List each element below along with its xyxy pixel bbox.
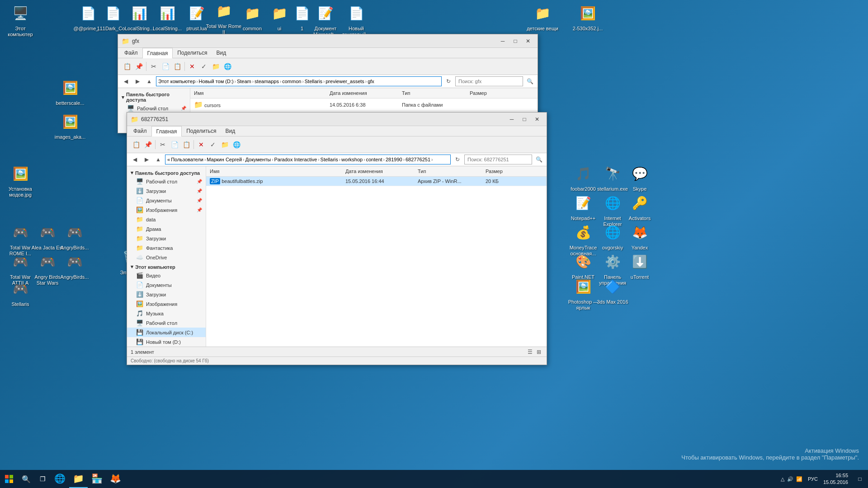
task-view-btn[interactable]: ❐ bbox=[34, 471, 51, 487]
search-taskbar-btn[interactable]: 🔍 bbox=[18, 471, 34, 487]
sidebar-drama-mod[interactable]: 📁 Драма bbox=[127, 224, 206, 234]
search-btn-gfx[interactable]: 🔍 bbox=[525, 76, 535, 86]
minimize-btn-mod[interactable]: ─ bbox=[506, 114, 518, 124]
rename-btn-mod[interactable]: ✓ bbox=[208, 139, 218, 150]
back-btn-mod[interactable]: ◀ bbox=[130, 155, 140, 164]
desktop-icon-yandex[interactable]: 🦊 Yandex bbox=[622, 221, 658, 251]
forward-btn-mod[interactable]: ▶ bbox=[142, 155, 151, 164]
maximize-btn-gfx[interactable]: □ bbox=[509, 36, 521, 46]
delete-btn-mod[interactable]: ✕ bbox=[196, 139, 207, 150]
col-size-gfx[interactable]: Размер bbox=[466, 89, 511, 97]
sidebar-video-mod[interactable]: 🎬 Видео bbox=[127, 271, 206, 280]
file-row-beautifulbattles[interactable]: ZIP beautifulbattles.zip 15.05.2016 16:4… bbox=[206, 177, 547, 186]
new-folder-btn[interactable]: 📁 bbox=[210, 61, 221, 72]
tray-up-arrow[interactable]: △ bbox=[781, 476, 784, 482]
cut-btn-mod[interactable]: ✂ bbox=[157, 139, 168, 150]
tab-home-mod[interactable]: Главная bbox=[151, 126, 182, 136]
maximize-btn-mod[interactable]: □ bbox=[519, 114, 530, 124]
sidebar-docs-mod[interactable]: 📄 Документы bbox=[127, 280, 206, 290]
desktop-icon-angry-birds-1[interactable]: 🎮 AngryBirds... bbox=[57, 221, 93, 251]
col-size-mod[interactable]: Размер bbox=[482, 168, 527, 175]
cut-btn[interactable]: ✂ bbox=[148, 61, 159, 72]
desktop-icon-detskie[interactable]: 📁 детские вещи bbox=[524, 2, 561, 32]
up-btn-mod[interactable]: ▲ bbox=[153, 155, 163, 164]
col-type-mod[interactable]: Тип bbox=[414, 168, 482, 175]
tab-share-mod[interactable]: Поделиться bbox=[182, 126, 221, 136]
desktop-icon-530x352[interactable]: 🖼️ 2-530x352.j... bbox=[570, 2, 606, 32]
tray-network-icon[interactable]: 📶 bbox=[796, 476, 802, 482]
desktop-icon-angry-birds-2[interactable]: 🎮 AngryBirds... bbox=[57, 251, 93, 280]
sidebar-downloads-mod[interactable]: ⬇️ Загрузки 📌 bbox=[127, 186, 206, 196]
desktop-icon-ustanovka[interactable]: 🖼️ Установка модов.jpg bbox=[2, 163, 38, 198]
desktop-icon-activators[interactable]: 🔑 Activators bbox=[622, 192, 658, 221]
language-indicator[interactable]: РУС bbox=[806, 476, 820, 482]
taskbar-edge[interactable]: 🌐 bbox=[51, 470, 69, 488]
close-btn-mod[interactable]: ✕ bbox=[531, 114, 543, 124]
search-input-mod[interactable] bbox=[464, 155, 532, 164]
tray-volume-icon[interactable]: 🔊 bbox=[787, 476, 793, 482]
sidebar-desktop-mod[interactable]: 🖥️ Рабочий стол 📌 bbox=[127, 177, 206, 186]
back-btn-gfx[interactable]: ◀ bbox=[121, 76, 131, 86]
forward-btn-gfx[interactable]: ▶ bbox=[132, 76, 142, 86]
taskbar-explorer[interactable]: 📁 bbox=[69, 470, 88, 488]
list-view-btn[interactable]: ☰ bbox=[526, 348, 534, 356]
col-type-gfx[interactable]: Тип bbox=[398, 89, 466, 97]
tab-home-gfx[interactable]: Главная bbox=[142, 48, 173, 58]
col-date-gfx[interactable]: Дата изменения bbox=[326, 89, 398, 97]
taskbar-store[interactable]: 🏪 bbox=[88, 470, 106, 488]
sidebar-img-mod[interactable]: 🖼️ Изображения bbox=[127, 299, 206, 309]
tab-view-mod[interactable]: Вид bbox=[221, 126, 240, 136]
col-date-mod[interactable]: Дата изменения bbox=[342, 168, 414, 175]
desktop-icon-this-pc[interactable]: 🖥️ Этот компьютер bbox=[2, 2, 38, 38]
sidebar-desktop-gfx[interactable]: 🖥️ Рабочий стол 📌 bbox=[118, 103, 190, 113]
properties-btn[interactable]: 📌 bbox=[133, 61, 144, 72]
sidebar-new-vol-mod[interactable]: 💾 Новый том (D:) bbox=[127, 337, 206, 347]
start-button[interactable] bbox=[0, 470, 18, 488]
globe-btn[interactable]: 🌐 bbox=[222, 61, 233, 72]
up-btn-gfx[interactable]: ▲ bbox=[144, 76, 154, 86]
close-btn-gfx[interactable]: ✕ bbox=[522, 36, 534, 46]
desktop-icon-new-text[interactable]: 📄 Новый текстовый... bbox=[338, 2, 374, 38]
copy-path-btn-mod[interactable]: 📋 bbox=[131, 139, 142, 150]
sidebar-desktop2-mod[interactable]: 🖥️ Рабочий стол bbox=[127, 318, 206, 328]
delete-btn[interactable]: ✕ bbox=[187, 61, 198, 72]
search-input-gfx[interactable] bbox=[455, 76, 523, 86]
minimize-btn-gfx[interactable]: ─ bbox=[497, 36, 509, 46]
notification-btn[interactable]: □ bbox=[852, 471, 868, 487]
sidebar-images-mod[interactable]: 🖼️ Изображения 📌 bbox=[127, 205, 206, 215]
properties-btn-mod[interactable]: 📌 bbox=[142, 139, 153, 150]
file-row-cursors[interactable]: 📁 cursors 14.05.2016 6:38 Папка с файлам… bbox=[190, 99, 538, 111]
desktop-icon-betterscale[interactable]: 🖼️ betterscale... bbox=[52, 77, 88, 106]
globe-btn-mod[interactable]: 🌐 bbox=[231, 139, 242, 150]
sidebar-dl-mod[interactable]: ⬇️ Загрузки bbox=[127, 290, 206, 299]
search-btn-mod[interactable]: 🔍 bbox=[534, 155, 544, 164]
taskbar-browser2[interactable]: 🦊 bbox=[106, 470, 125, 488]
pin-icon-1[interactable]: 📌 bbox=[181, 106, 186, 111]
sidebar-onedrive-mod[interactable]: ☁️ OneDrive bbox=[127, 253, 206, 262]
sidebar-downloads2-mod[interactable]: 📁 Загрузки bbox=[127, 234, 206, 243]
tab-file-gfx[interactable]: Файл bbox=[120, 48, 142, 58]
taskbar-clock[interactable]: 16:55 15.05.2016 bbox=[820, 472, 852, 486]
col-name-gfx[interactable]: Имя bbox=[190, 89, 326, 97]
tab-file-mod[interactable]: Файл bbox=[129, 126, 151, 136]
details-view-btn[interactable]: ⊞ bbox=[535, 348, 543, 356]
rename-btn[interactable]: ✓ bbox=[198, 61, 209, 72]
sidebar-data-mod[interactable]: 📁 data bbox=[127, 215, 206, 224]
desktop-icon-stellaris[interactable]: 🎮 Stellaris bbox=[2, 278, 38, 307]
desktop-icon-skype[interactable]: 💬 Skype bbox=[622, 163, 658, 192]
col-name-mod[interactable]: Имя bbox=[206, 168, 342, 175]
desktop-icon-3dsmax[interactable]: 🔷 3ds Max 2016 bbox=[594, 276, 631, 305]
copy-btn-mod[interactable]: 📄 bbox=[169, 139, 180, 150]
tab-view-gfx[interactable]: Вид bbox=[212, 48, 231, 58]
sidebar-fantasy-mod[interactable]: 📁 Фантастика bbox=[127, 243, 206, 253]
paste-btn-mod[interactable]: 📋 bbox=[181, 139, 192, 150]
address-breadcrumb-gfx[interactable]: Этот компьютер› Новый том (D:)› Steam› s… bbox=[156, 76, 442, 86]
desktop-icon-images-aka[interactable]: 🖼️ images_aka... bbox=[52, 111, 88, 140]
sidebar-documents-mod[interactable]: 📄 Документы 📌 bbox=[127, 196, 206, 205]
copy-path-btn[interactable]: 📋 bbox=[122, 61, 132, 72]
sidebar-local-c-mod[interactable]: 💾 Локальный диск (C:) bbox=[127, 328, 206, 337]
paste-btn[interactable]: 📋 bbox=[172, 61, 183, 72]
copy-btn[interactable]: 📄 bbox=[160, 61, 171, 72]
tab-share-gfx[interactable]: Поделиться bbox=[173, 48, 212, 58]
new-folder-btn-mod[interactable]: 📁 bbox=[219, 139, 230, 150]
